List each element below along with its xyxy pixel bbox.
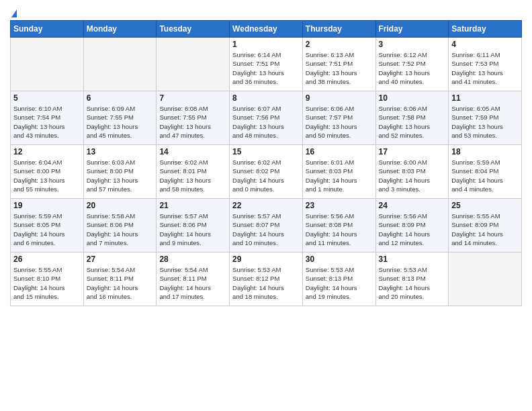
calendar-cell: 12Sunrise: 6:04 AMSunset: 8:00 PMDayligh… [11, 145, 84, 199]
day-info: Sunrise: 6:00 AMSunset: 8:03 PMDaylight:… [379, 158, 446, 193]
day-number: 28 [159, 255, 226, 264]
day-number: 6 [87, 93, 154, 103]
calendar-cell: 22Sunrise: 5:57 AMSunset: 8:07 PMDayligh… [230, 199, 303, 253]
calendar-cell: 4Sunrise: 6:11 AMSunset: 7:53 PMDaylight… [449, 38, 522, 91]
calendar-cell: 19Sunrise: 5:59 AMSunset: 8:05 PMDayligh… [11, 199, 84, 253]
calendar-cell [157, 38, 230, 91]
day-number: 18 [451, 147, 519, 156]
day-number: 30 [306, 255, 373, 264]
day-number: 13 [87, 147, 154, 156]
day-number: 1 [232, 40, 300, 49]
calendar-cell: 1Sunrise: 6:14 AMSunset: 7:51 PMDaylight… [230, 38, 303, 91]
day-info: Sunrise: 5:56 AMSunset: 8:08 PMDaylight:… [306, 212, 373, 247]
day-info: Sunrise: 6:11 AMSunset: 7:53 PMDaylight:… [451, 50, 519, 86]
calendar-cell: 25Sunrise: 5:55 AMSunset: 8:09 PMDayligh… [449, 199, 522, 253]
calendar-cell: 21Sunrise: 5:57 AMSunset: 8:06 PMDayligh… [157, 199, 230, 253]
calendar-cell: 14Sunrise: 6:02 AMSunset: 8:01 PMDayligh… [157, 145, 230, 199]
calendar-cell: 28Sunrise: 5:54 AMSunset: 8:11 PMDayligh… [157, 253, 230, 306]
day-number: 10 [379, 93, 446, 103]
day-info: Sunrise: 6:09 AMSunset: 7:55 PMDaylight:… [87, 104, 154, 140]
day-info: Sunrise: 6:07 AMSunset: 7:56 PMDaylight:… [232, 104, 300, 140]
day-number: 4 [451, 40, 519, 49]
day-number: 7 [159, 93, 226, 103]
day-info: Sunrise: 6:06 AMSunset: 7:58 PMDaylight:… [379, 104, 446, 140]
calendar-cell: 7Sunrise: 6:08 AMSunset: 7:55 PMDaylight… [157, 91, 230, 145]
day-info: Sunrise: 5:54 AMSunset: 8:11 PMDaylight:… [159, 265, 226, 301]
day-header-saturday: Saturday [449, 21, 522, 38]
calendar-cell: 15Sunrise: 6:02 AMSunset: 8:02 PMDayligh… [230, 145, 303, 199]
calendar-cell: 23Sunrise: 5:56 AMSunset: 8:08 PMDayligh… [302, 199, 375, 253]
day-info: Sunrise: 5:55 AMSunset: 8:09 PMDaylight:… [451, 212, 519, 247]
day-info: Sunrise: 6:01 AMSunset: 8:03 PMDaylight:… [306, 158, 373, 193]
day-number: 11 [451, 93, 519, 103]
day-header-friday: Friday [375, 21, 449, 38]
calendar-cell: 30Sunrise: 5:53 AMSunset: 8:13 PMDayligh… [302, 253, 375, 306]
day-number: 12 [13, 147, 81, 156]
calendar-cell: 24Sunrise: 5:56 AMSunset: 8:09 PMDayligh… [375, 199, 449, 253]
header-row: SundayMondayTuesdayWednesdayThursdayFrid… [11, 21, 522, 38]
logo-triangle-icon [11, 9, 17, 17]
day-number: 29 [232, 255, 300, 264]
calendar-cell: 29Sunrise: 5:53 AMSunset: 8:12 PMDayligh… [230, 253, 303, 306]
day-header-sunday: Sunday [11, 21, 84, 38]
day-number: 17 [379, 147, 446, 156]
day-number: 14 [159, 147, 226, 156]
calendar-cell: 8Sunrise: 6:07 AMSunset: 7:56 PMDaylight… [230, 91, 303, 145]
day-header-thursday: Thursday [302, 21, 375, 38]
calendar-cell: 9Sunrise: 6:06 AMSunset: 7:57 PMDaylight… [302, 91, 375, 145]
calendar-cell: 18Sunrise: 5:59 AMSunset: 8:04 PMDayligh… [449, 145, 522, 199]
calendar-cell: 6Sunrise: 6:09 AMSunset: 7:55 PMDaylight… [83, 91, 157, 145]
calendar-cell [11, 38, 84, 91]
day-info: Sunrise: 5:57 AMSunset: 8:06 PMDaylight:… [159, 212, 226, 247]
day-number: 19 [13, 201, 81, 210]
day-number: 25 [451, 201, 519, 210]
day-number: 22 [232, 201, 300, 210]
day-number: 31 [379, 255, 446, 264]
day-info: Sunrise: 6:04 AMSunset: 8:00 PMDaylight:… [13, 158, 81, 193]
day-header-tuesday: Tuesday [157, 21, 230, 38]
day-number: 23 [306, 201, 373, 210]
calendar-cell: 26Sunrise: 5:55 AMSunset: 8:10 PMDayligh… [11, 253, 84, 306]
day-info: Sunrise: 6:14 AMSunset: 7:51 PMDaylight:… [232, 50, 300, 86]
day-number: 15 [232, 147, 300, 156]
day-number: 27 [87, 255, 154, 264]
calendar-cell: 27Sunrise: 5:54 AMSunset: 8:11 PMDayligh… [83, 253, 157, 306]
week-row-5: 26Sunrise: 5:55 AMSunset: 8:10 PMDayligh… [11, 253, 522, 306]
day-info: Sunrise: 5:53 AMSunset: 8:12 PMDaylight:… [232, 265, 300, 301]
calendar-cell: 20Sunrise: 5:58 AMSunset: 8:06 PMDayligh… [83, 199, 157, 253]
calendar-cell: 13Sunrise: 6:03 AMSunset: 8:00 PMDayligh… [83, 145, 157, 199]
day-info: Sunrise: 5:57 AMSunset: 8:07 PMDaylight:… [232, 212, 300, 247]
calendar-table: SundayMondayTuesdayWednesdayThursdayFrid… [10, 20, 522, 306]
day-info: Sunrise: 5:55 AMSunset: 8:10 PMDaylight:… [13, 265, 81, 301]
day-info: Sunrise: 6:06 AMSunset: 7:57 PMDaylight:… [306, 104, 373, 140]
day-info: Sunrise: 6:12 AMSunset: 7:52 PMDaylight:… [379, 50, 446, 86]
day-number: 20 [87, 201, 154, 210]
day-info: Sunrise: 6:05 AMSunset: 7:59 PMDaylight:… [451, 104, 519, 140]
day-info: Sunrise: 6:03 AMSunset: 8:00 PMDaylight:… [87, 158, 154, 193]
day-info: Sunrise: 5:59 AMSunset: 8:05 PMDaylight:… [13, 212, 81, 247]
header [10, 7, 522, 17]
calendar-cell: 2Sunrise: 6:13 AMSunset: 7:51 PMDaylight… [302, 38, 375, 91]
calendar-cell [449, 253, 522, 306]
calendar-cell: 3Sunrise: 6:12 AMSunset: 7:52 PMDaylight… [375, 38, 449, 91]
week-row-4: 19Sunrise: 5:59 AMSunset: 8:05 PMDayligh… [11, 199, 522, 253]
day-info: Sunrise: 6:13 AMSunset: 7:51 PMDaylight:… [306, 50, 373, 86]
week-row-2: 5Sunrise: 6:10 AMSunset: 7:54 PMDaylight… [11, 91, 522, 145]
calendar-cell: 17Sunrise: 6:00 AMSunset: 8:03 PMDayligh… [375, 145, 449, 199]
week-row-1: 1Sunrise: 6:14 AMSunset: 7:51 PMDaylight… [11, 38, 522, 91]
day-info: Sunrise: 5:58 AMSunset: 8:06 PMDaylight:… [87, 212, 154, 247]
calendar-cell: 5Sunrise: 6:10 AMSunset: 7:54 PMDaylight… [11, 91, 84, 145]
day-header-wednesday: Wednesday [230, 21, 303, 38]
day-info: Sunrise: 6:02 AMSunset: 8:02 PMDaylight:… [232, 158, 300, 193]
day-number: 9 [306, 93, 373, 103]
day-number: 5 [13, 93, 81, 103]
day-info: Sunrise: 6:08 AMSunset: 7:55 PMDaylight:… [159, 104, 226, 140]
day-header-monday: Monday [83, 21, 157, 38]
day-info: Sunrise: 6:10 AMSunset: 7:54 PMDaylight:… [13, 104, 81, 140]
calendar-cell: 10Sunrise: 6:06 AMSunset: 7:58 PMDayligh… [375, 91, 449, 145]
week-row-3: 12Sunrise: 6:04 AMSunset: 8:00 PMDayligh… [11, 145, 522, 199]
calendar-cell: 16Sunrise: 6:01 AMSunset: 8:03 PMDayligh… [302, 145, 375, 199]
calendar-cell: 31Sunrise: 5:53 AMSunset: 8:13 PMDayligh… [375, 253, 449, 306]
day-info: Sunrise: 5:56 AMSunset: 8:09 PMDaylight:… [379, 212, 446, 247]
day-info: Sunrise: 6:02 AMSunset: 8:01 PMDaylight:… [159, 158, 226, 193]
